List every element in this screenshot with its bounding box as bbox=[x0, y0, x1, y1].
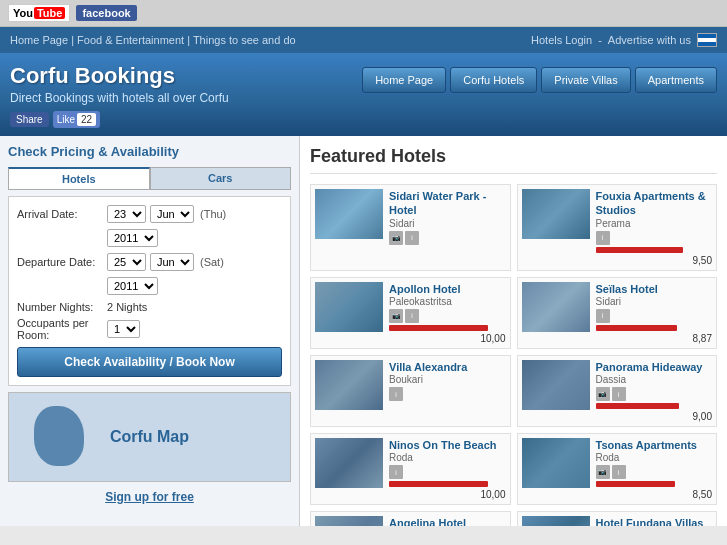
hotel-thumbnail bbox=[315, 438, 383, 488]
map-area[interactable]: Corfu Map bbox=[8, 392, 291, 482]
hotel-thumbnail bbox=[315, 516, 383, 526]
hotel-thumbnail bbox=[315, 282, 383, 332]
hotel-name[interactable]: Apollon Hotel bbox=[389, 282, 506, 296]
occupants-select[interactable]: 1 bbox=[107, 320, 140, 338]
site-title: Corfu Bookings bbox=[10, 63, 229, 89]
hotel-name[interactable]: Hotel Fundana Villas bbox=[596, 516, 713, 526]
facebook-logo[interactable]: facebook bbox=[76, 5, 136, 21]
featured-title: Featured Hotels bbox=[310, 146, 717, 174]
hotel-name[interactable]: Angelina Hotel "SPECIAL OFFERS" bbox=[389, 516, 506, 526]
youtube-logo[interactable]: You Tube bbox=[8, 4, 70, 22]
price-bar bbox=[389, 325, 488, 331]
occupants-controls: 1 bbox=[107, 320, 140, 338]
hotels-grid: Sidari Water Park - Hotel Sidari 📷 i Fou… bbox=[310, 184, 717, 526]
header: Corfu Bookings Direct Bookings with hote… bbox=[0, 53, 727, 136]
signup-link[interactable]: Sign up for free bbox=[105, 490, 194, 504]
fb-like-button[interactable]: Like 22 bbox=[53, 111, 100, 128]
hotel-icon-info[interactable]: i bbox=[389, 465, 403, 479]
hotel-name[interactable]: Villa Alexandra bbox=[389, 360, 506, 374]
hotel-icon-info[interactable]: i bbox=[612, 387, 626, 401]
hotel-icons: 📷 i bbox=[389, 309, 506, 323]
nav-advertise[interactable]: Advertise with us bbox=[608, 34, 691, 46]
price-bar-container: 10,00 bbox=[389, 481, 506, 500]
hotel-icon-info[interactable]: i bbox=[612, 465, 626, 479]
header-nav-hotels[interactable]: Corfu Hotels bbox=[450, 67, 537, 93]
hotel-name[interactable]: Sidari Water Park - Hotel bbox=[389, 189, 506, 218]
hotel-thumbnail bbox=[315, 189, 383, 239]
fb-share-label: Share bbox=[16, 114, 43, 125]
tab-cars[interactable]: Cars bbox=[150, 167, 292, 189]
nav-food[interactable]: Food & Entertainment bbox=[77, 34, 184, 46]
departure-controls: 25 Jun (Sat) bbox=[107, 253, 224, 271]
check-availability-button[interactable]: Check Availability / Book Now bbox=[17, 347, 282, 377]
price-text: 9,00 bbox=[596, 411, 713, 422]
departure-year-row: 2011 bbox=[17, 277, 282, 295]
hotel-name[interactable]: Tsonas Apartments bbox=[596, 438, 713, 452]
hotel-thumbnail bbox=[315, 360, 383, 410]
hotel-icon-info[interactable]: i bbox=[596, 231, 610, 245]
hotel-name[interactable]: Fouxia Apartments & Studios bbox=[596, 189, 713, 218]
arrival-controls: 23 Jun (Thu) bbox=[107, 205, 226, 223]
hotel-icons: 📷 i bbox=[596, 465, 713, 479]
hotel-item: Panorama Hideaway Dassia 📷 i 9,00 bbox=[517, 355, 718, 427]
arrival-label: Arrival Date: bbox=[17, 208, 107, 220]
arrival-month-select[interactable]: Jun bbox=[150, 205, 194, 223]
nav-home[interactable]: Home Page bbox=[10, 34, 68, 46]
hotel-thumbnail bbox=[522, 189, 590, 239]
hotel-icons: i bbox=[596, 231, 713, 245]
price-bar-container: 9,50 bbox=[596, 247, 713, 266]
hotel-info: Ninos On The Beach Roda i 10,00 bbox=[389, 438, 506, 500]
hotel-name[interactable]: Seïlas Hotel bbox=[596, 282, 713, 296]
hotel-location: Sidari bbox=[596, 296, 713, 307]
flag-icon[interactable] bbox=[697, 33, 717, 47]
hotel-name[interactable]: Ninos On The Beach bbox=[389, 438, 506, 452]
fb-share-button[interactable]: Share bbox=[10, 112, 49, 127]
hotel-icon-info[interactable]: i bbox=[405, 231, 419, 245]
hotel-location: Roda bbox=[596, 452, 713, 463]
occupants-label: Occupants per Room: bbox=[17, 317, 107, 341]
hotel-thumbnail bbox=[522, 360, 590, 410]
hotel-icons: i bbox=[596, 309, 713, 323]
hotel-item: Villa Alexandra Boukari i bbox=[310, 355, 511, 427]
top-bar: You Tube facebook bbox=[0, 0, 727, 27]
fb-like-label: Like bbox=[57, 114, 75, 125]
hotel-icon-camera[interactable]: 📷 bbox=[389, 309, 403, 323]
hotel-name[interactable]: Panorama Hideaway bbox=[596, 360, 713, 374]
arrival-year-controls: 2011 bbox=[107, 229, 158, 247]
price-text: 8,50 bbox=[596, 489, 713, 500]
hotel-item: Tsonas Apartments Roda 📷 i 8,50 bbox=[517, 433, 718, 505]
price-bar-container: 8,50 bbox=[596, 481, 713, 500]
departure-day-select[interactable]: 25 bbox=[107, 253, 146, 271]
price-bar-container: 10,00 bbox=[389, 325, 506, 344]
hotel-icons: i bbox=[389, 465, 506, 479]
hotel-icon-info[interactable]: i bbox=[596, 309, 610, 323]
tab-hotels[interactable]: Hotels bbox=[8, 167, 150, 189]
nav-hotels-login[interactable]: Hotels Login bbox=[531, 34, 592, 46]
hotel-icon-info[interactable]: i bbox=[405, 309, 419, 323]
yt-you: You bbox=[13, 7, 33, 19]
header-nav-home[interactable]: Home Page bbox=[362, 67, 446, 93]
nav-things[interactable]: Things to see and do bbox=[193, 34, 296, 46]
hotel-icon-info[interactable]: i bbox=[389, 387, 403, 401]
hotel-icon-camera[interactable]: 📷 bbox=[389, 231, 403, 245]
price-text: 10,00 bbox=[389, 333, 506, 344]
departure-month-select[interactable]: Jun bbox=[150, 253, 194, 271]
hotel-icon-camera[interactable]: 📷 bbox=[596, 387, 610, 401]
arrival-day-select[interactable]: 23 bbox=[107, 205, 146, 223]
nav-bar: Home Page | Food & Entertainment | Thing… bbox=[0, 27, 727, 53]
right-nav: Hotels Login - Advertise with us bbox=[531, 33, 717, 47]
hotel-info: Seïlas Hotel Sidari i 8,87 bbox=[596, 282, 713, 344]
hotel-icon-camera[interactable]: 📷 bbox=[596, 465, 610, 479]
departure-year-controls: 2011 bbox=[107, 277, 158, 295]
header-nav-villas[interactable]: Private Villas bbox=[541, 67, 630, 93]
hotel-location: Boukari bbox=[389, 374, 506, 385]
nav-sep3: - bbox=[598, 34, 602, 46]
hotel-info: Apollon Hotel Paleokastritsa 📷 i 10,00 bbox=[389, 282, 506, 344]
arrival-year-select[interactable]: 2011 bbox=[107, 229, 158, 247]
departure-year-select[interactable]: 2011 bbox=[107, 277, 158, 295]
nights-label: Number Nights: bbox=[17, 301, 107, 313]
price-text: 10,00 bbox=[389, 489, 506, 500]
hotel-info: Angelina Hotel "SPECIAL OFFERS" Sidari 📷… bbox=[389, 516, 506, 526]
hotel-item: Ninos On The Beach Roda i 10,00 bbox=[310, 433, 511, 505]
header-nav-apartments[interactable]: Apartments bbox=[635, 67, 717, 93]
